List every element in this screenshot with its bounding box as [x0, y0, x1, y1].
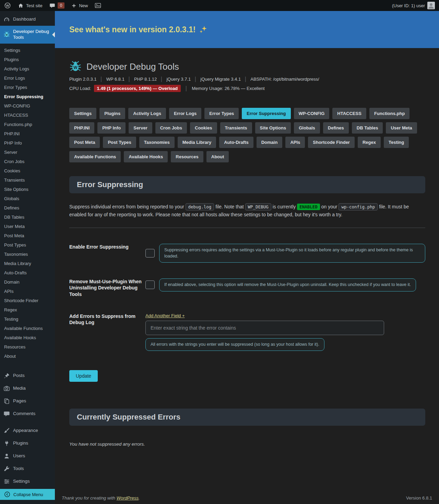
tab[interactable]: Settings	[69, 108, 96, 119]
sidebar-submenu-item[interactable]: Error Types	[0, 83, 55, 92]
sidebar-submenu-item[interactable]: Post Types	[0, 241, 55, 250]
sidebar-item-media[interactable]: Media	[0, 382, 55, 395]
sidebar-submenu-item[interactable]: About	[0, 352, 55, 361]
sidebar-submenu-item[interactable]: Functions.php	[0, 120, 55, 129]
tab[interactable]: Plugins	[99, 108, 125, 119]
no-suppressed-errors-text: You have not suppressed any errors.	[69, 442, 425, 447]
tab[interactable]: Taxonomies	[139, 137, 175, 148]
tab[interactable]: Post Types	[103, 137, 136, 148]
sidebar-item-comments[interactable]: Comments	[0, 408, 55, 420]
sidebar-item-posts[interactable]: Posts	[0, 369, 55, 382]
tab[interactable]: Domain	[257, 137, 283, 148]
tab[interactable]: Post Meta	[69, 137, 100, 148]
tab[interactable]: Available Hooks	[124, 151, 168, 162]
sidebar-submenu-item[interactable]: Media Library	[0, 259, 55, 268]
sidebar-submenu-item[interactable]: Shortcode Finder	[0, 296, 55, 306]
sidebar-submenu-item[interactable]: PHP.INI	[0, 129, 55, 139]
remove-mu-plugin-checkbox[interactable]	[145, 280, 155, 289]
tab[interactable]: Testing	[384, 137, 409, 148]
site-name-link[interactable]: Test site	[18, 3, 43, 9]
enable-error-suppressing-tooltip: Suppressing errors requires adding the s…	[159, 244, 425, 263]
tab[interactable]: PHP Info	[97, 122, 126, 134]
tab[interactable]: About	[206, 151, 229, 162]
sidebar-item-users[interactable]: Users	[0, 450, 55, 462]
sidebar-submenu-item[interactable]: Defines	[0, 204, 55, 213]
plugin-meta-row: Plugin 2.0.3.1WP 6.8.1PHP 8.1.12jQuery 3…	[69, 77, 425, 82]
comments-menu-icon	[3, 411, 10, 417]
tab[interactable]: Available Functions	[69, 151, 121, 162]
tab[interactable]: User Meta	[386, 122, 417, 134]
sidebar-submenu-item[interactable]: Error Suppressing	[0, 92, 55, 102]
sidebar-submenu-item[interactable]: WP-CONFIG	[0, 102, 55, 111]
sidebar-submenu-item[interactable]: Cookies	[0, 167, 55, 176]
sidebar-submenu-item[interactable]: Available Functions	[0, 324, 55, 333]
sidebar-submenu-item[interactable]: Site Options	[0, 185, 55, 194]
tab[interactable]: Cookies	[190, 122, 217, 134]
sidebar-submenu-item[interactable]: Globals	[0, 194, 55, 204]
error-string-input[interactable]	[145, 321, 384, 335]
sidebar-submenu-item[interactable]: Activity Logs	[0, 65, 55, 74]
wordpress-logo[interactable]	[4, 2, 11, 9]
sidebar-submenu-item[interactable]: Plugins	[0, 55, 55, 65]
tab[interactable]: Functions.php	[369, 108, 410, 119]
tab[interactable]: Server	[129, 122, 152, 134]
tab[interactable]: Globals	[294, 122, 320, 134]
sidebar-submenu-item[interactable]: User Meta	[0, 222, 55, 231]
divider	[69, 228, 425, 228]
sidebar-submenu-item[interactable]: Post Meta	[0, 231, 55, 241]
sidebar-submenu-item[interactable]: Resources	[0, 343, 55, 352]
sidebar-item-pages[interactable]: Pages	[0, 395, 55, 408]
tab[interactable]: PHP.INI	[69, 122, 94, 134]
tab[interactable]: Error Logs	[169, 108, 201, 119]
update-button[interactable]: Update	[69, 370, 98, 382]
tab[interactable]: Site Options	[255, 122, 291, 134]
tab[interactable]: Media Library	[178, 137, 216, 148]
sidebar-item-developer-debug-tools[interactable]: Developer Debug Tools	[0, 26, 55, 44]
sidebar-submenu-item[interactable]: Taxonomies	[0, 250, 55, 259]
tab[interactable]: Error Suppressing	[242, 108, 290, 119]
sidebar-submenu-item[interactable]: Regex	[0, 306, 55, 315]
tab[interactable]: Transients	[220, 122, 252, 134]
tab[interactable]: Cron Jobs	[155, 122, 187, 134]
sidebar-submenu-item[interactable]: PHP Info	[0, 139, 55, 148]
sidebar-label-appearance: Appearance	[13, 428, 38, 434]
tab[interactable]: Auto-Drafts	[219, 137, 253, 148]
tab[interactable]: Shortcode Finder	[308, 137, 355, 148]
tab[interactable]: APIs	[285, 137, 305, 148]
enable-error-suppressing-checkbox[interactable]	[145, 249, 155, 257]
comments-link[interactable]: 0	[49, 2, 65, 9]
sidebar-submenu-item[interactable]: Transients	[0, 176, 55, 185]
sidebar-item-dashboard[interactable]: Dashboard	[0, 13, 55, 26]
sidebar-submenu-item[interactable]: HTACCESS	[0, 111, 55, 120]
add-another-field-link[interactable]: Add Another Field +	[145, 313, 185, 318]
tab[interactable]: DB Tables	[352, 122, 383, 134]
tab[interactable]: Activity Logs	[128, 108, 166, 119]
tab[interactable]: WP-CONFIG	[294, 108, 330, 119]
sidebar-item-appearance[interactable]: Appearance	[0, 424, 55, 437]
sidebar-item-tools[interactable]: Tools	[0, 462, 55, 475]
sidebar-submenu-item[interactable]: Domain	[0, 278, 55, 287]
user-account-link[interactable]: (User ID: 1) user	[392, 2, 435, 9]
footer-period: .	[139, 495, 140, 501]
sidebar-submenu-item[interactable]: Error Logs	[0, 74, 55, 83]
sidebar-item-settings[interactable]: Settings	[0, 475, 55, 488]
collapse-menu-button[interactable]: Collapse Menu	[0, 489, 55, 500]
tab[interactable]: HTACCESS	[332, 108, 366, 119]
sidebar-submenu-item[interactable]: DB Tables	[0, 213, 55, 222]
sidebar-submenu-item[interactable]: Cron Jobs	[0, 157, 55, 167]
sidebar-submenu-item[interactable]: Auto-Drafts	[0, 268, 55, 278]
whats-new-banner[interactable]: See what's new in version 2.0.3.1!	[55, 11, 439, 48]
sidebar-submenu-item[interactable]: Server	[0, 148, 55, 157]
tab[interactable]: Resources	[171, 151, 203, 162]
media-shortcut[interactable]	[95, 3, 101, 8]
tab[interactable]: Regex	[358, 137, 381, 148]
tab[interactable]: Error Types	[204, 108, 239, 119]
new-content-link[interactable]: New	[71, 3, 88, 8]
sidebar-submenu-item[interactable]: Settings	[0, 46, 55, 55]
tab[interactable]: Defines	[323, 122, 349, 134]
sidebar-item-plugins[interactable]: Plugins	[0, 437, 55, 450]
sidebar-submenu-item[interactable]: APIs	[0, 287, 55, 296]
wordpress-link[interactable]: WordPress	[117, 495, 139, 501]
sidebar-submenu-item[interactable]: Testing	[0, 315, 55, 324]
sidebar-submenu-item[interactable]: Available Hooks	[0, 333, 55, 343]
